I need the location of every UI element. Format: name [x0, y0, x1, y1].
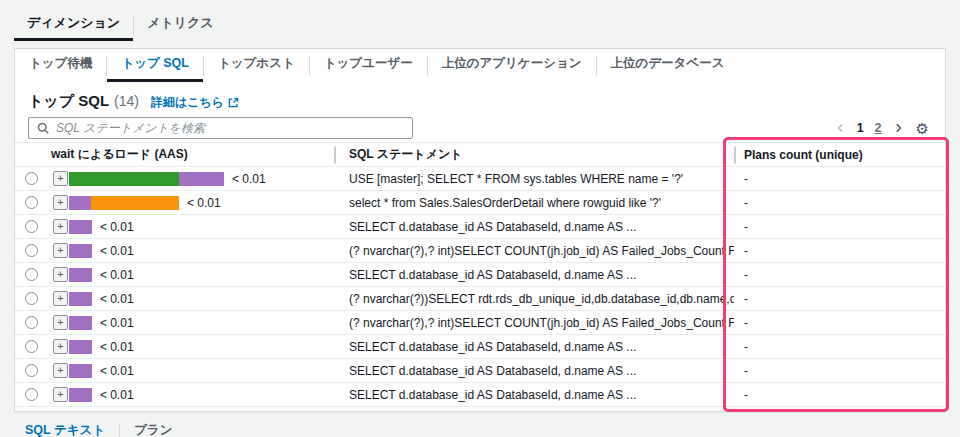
load-bar-segment [179, 172, 224, 186]
sql-statement-link[interactable]: (? nvarchar(?),? int)SELECT COUNT(jh.job… [349, 244, 734, 258]
load-cell: < 0.01 [69, 220, 334, 234]
row-expand-button[interactable]: + [53, 339, 68, 354]
page-1-button[interactable]: 1 [857, 121, 864, 135]
sub-tab-top-hosts[interactable]: トップホスト [204, 46, 309, 82]
settings-gear-button[interactable]: ⚙ [916, 121, 929, 136]
tab-dimensions[interactable]: ディメンション [14, 8, 133, 41]
load-bar-segment [69, 244, 92, 258]
row-radio-button[interactable] [25, 340, 38, 353]
column-divider [334, 146, 336, 163]
sub-tab-top-databases[interactable]: 上位のデータベース [597, 46, 739, 82]
load-bar [69, 292, 92, 306]
sql-statement-link[interactable]: SELECT d.database_id AS DatabaseId, d.na… [349, 220, 636, 234]
sql-statement-link[interactable]: USE [master]; SELECT * FROM sys.tables W… [349, 172, 683, 186]
load-bar-segment [69, 220, 92, 234]
load-cell: < 0.01 [69, 364, 334, 378]
row-radio-button[interactable] [25, 316, 38, 329]
load-bar-segment [69, 292, 92, 306]
load-bar-segment [91, 196, 179, 210]
panel-title: トップ SQL [28, 92, 109, 111]
column-header-load: wait によるロード (AAS) [51, 146, 334, 163]
dimension-sub-tabs: トップ待機トップ SQLトップホストトップユーザー上位のアプリケーション上位のデ… [15, 49, 945, 82]
load-value: < 0.01 [100, 388, 134, 402]
row-radio-button[interactable] [25, 388, 38, 401]
load-value: < 0.01 [100, 244, 134, 258]
sql-statement-link[interactable]: SELECT d.database_id AS DatabaseId, d.na… [349, 364, 636, 378]
load-value: < 0.01 [232, 172, 266, 186]
plans-count-value: - [734, 364, 945, 378]
table-row: +< 0.01(? nvarchar(?))SELECT rdt.rds_db_… [15, 287, 945, 311]
search-icon [37, 122, 49, 134]
pagination-next-button[interactable] [893, 122, 903, 134]
plans-count-value: - [734, 388, 945, 402]
row-radio-button[interactable] [25, 268, 38, 281]
row-expand-button[interactable]: + [53, 291, 68, 306]
row-expand-button[interactable]: + [53, 387, 68, 402]
load-bar-segment [69, 364, 92, 378]
column-divider [734, 146, 736, 163]
sql-statement-link[interactable]: SELECT d.database_id AS DatabaseId, d.na… [349, 268, 636, 282]
load-cell: < 0.01 [69, 244, 334, 258]
tab-metrics[interactable]: メトリクス [134, 8, 227, 41]
row-expand-button[interactable]: + [53, 171, 68, 186]
search-input[interactable]: SQL ステートメントを検索 [28, 117, 413, 139]
plans-count-value: - [734, 340, 945, 354]
load-value: < 0.01 [100, 364, 134, 378]
load-value: < 0.01 [100, 268, 134, 282]
row-radio-button[interactable] [25, 244, 38, 257]
row-expand-button[interactable]: + [53, 267, 68, 282]
page-2-button[interactable]: 2 [875, 121, 882, 135]
table-row: +< 0.01SELECT d.database_id AS DatabaseI… [15, 359, 945, 383]
row-expand-button[interactable]: + [53, 363, 68, 378]
sub-tab-top-sql[interactable]: トップ SQL [107, 46, 203, 82]
table-row: +< 0.01SELECT d.database_id AS DatabaseI… [15, 383, 945, 407]
detail-tab-plans[interactable]: プラン [120, 416, 186, 437]
load-bar [69, 172, 224, 186]
row-radio-button[interactable] [25, 220, 38, 233]
load-bar [69, 340, 92, 354]
sub-tab-top-waits[interactable]: トップ待機 [15, 46, 106, 82]
details-link[interactable]: 詳細はこちら [151, 94, 239, 111]
sub-tab-top-users[interactable]: トップユーザー [310, 46, 427, 82]
pagination: 12⚙ [836, 121, 929, 136]
sql-statement-link[interactable]: SELECT d.database_id AS DatabaseId, d.na… [349, 340, 636, 354]
row-expand-button[interactable]: + [53, 243, 68, 258]
load-bar [69, 364, 92, 378]
row-radio-button[interactable] [25, 364, 38, 377]
load-bar-segment [69, 268, 92, 282]
row-radio-button[interactable] [25, 292, 38, 305]
sub-tab-top-applications[interactable]: 上位のアプリケーション [428, 46, 596, 82]
plans-count-value: - [734, 220, 945, 234]
detail-tab-sql-text[interactable]: SQL テキスト [25, 416, 119, 437]
load-cell: < 0.01 [69, 196, 334, 210]
load-bar [69, 316, 92, 330]
plans-count-value: - [734, 172, 945, 186]
sql-statement-link[interactable]: (? nvarchar(?),? int)SELECT COUNT(jh.job… [349, 316, 734, 330]
load-bar-segment [69, 316, 92, 330]
panel-header: トップ SQL (14) 詳細はこちら [15, 82, 945, 114]
load-cell: < 0.01 [69, 292, 334, 306]
pagination-prev-button[interactable] [836, 122, 846, 134]
plans-count-value: - [734, 244, 945, 258]
external-link-icon [228, 97, 239, 108]
row-radio-button[interactable] [25, 172, 38, 185]
load-bar [69, 268, 92, 282]
panel-count: (14) [114, 93, 139, 109]
row-expand-button[interactable]: + [53, 195, 68, 210]
load-value: < 0.01 [100, 340, 134, 354]
load-cell: < 0.01 [69, 172, 334, 186]
row-radio-button[interactable] [25, 196, 38, 209]
load-cell: < 0.01 [69, 340, 334, 354]
sql-statement-link[interactable]: select * from Sales.SalesOrderDetail whe… [349, 196, 661, 210]
row-expand-button[interactable]: + [53, 219, 68, 234]
load-value: < 0.01 [100, 220, 134, 234]
plans-count-value: - [734, 316, 945, 330]
sql-statement-link[interactable]: SELECT d.database_id AS DatabaseId, d.na… [349, 388, 636, 402]
row-expand-button[interactable]: + [53, 315, 68, 330]
top-tabs: ディメンションメトリクス [14, 8, 960, 41]
load-cell: < 0.01 [69, 388, 334, 402]
table-row: +< 0.01SELECT d.database_id AS DatabaseI… [15, 263, 945, 287]
column-header-plans-count: Plans count (unique) [734, 148, 945, 162]
load-value: < 0.01 [100, 292, 134, 306]
sql-statement-link[interactable]: (? nvarchar(?))SELECT rdt.rds_db_unique_… [349, 292, 734, 306]
